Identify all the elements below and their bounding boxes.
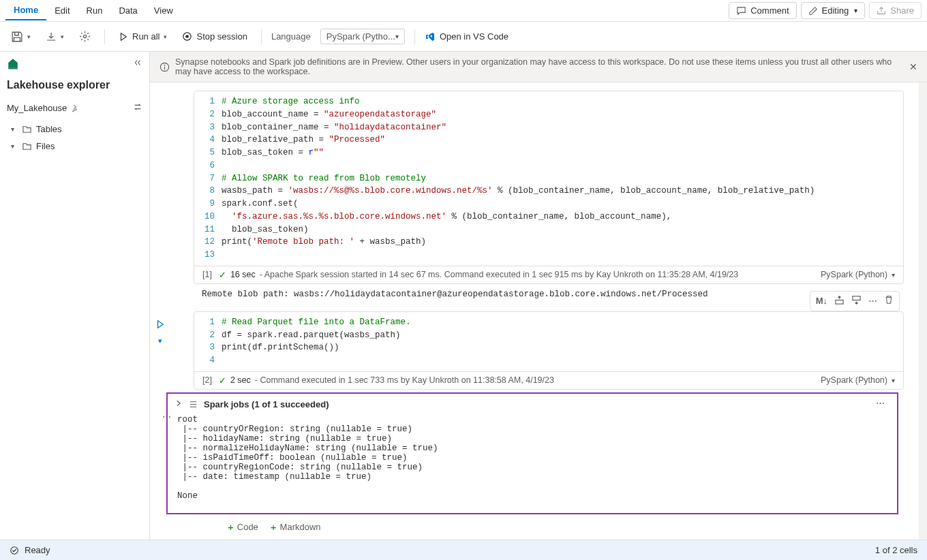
plus-icon: + (228, 521, 234, 533)
kernel-label: PySpark (Python) (821, 375, 887, 385)
output-more-left[interactable]: ⋯ (162, 411, 171, 422)
language-value: PySpark (Pytho... (326, 31, 395, 42)
chevron-down-icon: ▾ (854, 7, 857, 14)
code-cell-1: 12345678910111213 # Azure storage access… (150, 91, 919, 305)
cell-status-row: [1] ✓ 16 sec - Apache Spark session star… (194, 266, 903, 283)
status-time: 16 sec (230, 270, 256, 279)
add-markdown-button[interactable]: + Markdown (271, 521, 321, 533)
insert-cell-below-button[interactable] (851, 295, 862, 307)
cell-output-1: Remote blob path: wasbs://holidaydatacon… (194, 284, 904, 305)
run-menu-button[interactable]: ▾ (158, 337, 162, 345)
run-cell-button[interactable] (155, 320, 165, 331)
notebook-content: Synapse notebooks and Spark job definiti… (150, 52, 927, 540)
open-vscode-button[interactable]: Open in VS Code (425, 31, 508, 42)
lakehouse-explorer-title: Lakehouse explorer (0, 75, 149, 98)
cell-toolbar: M↓ ⋯ (810, 291, 900, 311)
pin-icon[interactable] (71, 104, 79, 112)
menu-edit[interactable]: Edit (46, 1, 78, 20)
share-button: Share (869, 2, 922, 19)
banner-text: Synapse notebooks and Spark job definiti… (175, 57, 904, 76)
menu-home[interactable]: Home (5, 1, 46, 20)
swap-icon (133, 102, 142, 112)
download-button[interactable]: ▾ (42, 29, 68, 45)
status-text: - Apache Spark session started in 14 sec… (260, 270, 738, 279)
cell-below-icon (851, 295, 862, 305)
stop-session-label: Stop session (196, 31, 247, 42)
cell-above-icon (834, 295, 845, 305)
insert-cell-above-button[interactable] (834, 295, 845, 307)
code-editor-2[interactable]: 1234 # Read Parquet file into a DataFram… (194, 312, 903, 371)
kernel-select[interactable]: PySpark (Python) ▾ (821, 270, 895, 279)
tree-files[interactable]: ▾ Files (7, 138, 142, 155)
code-text[interactable]: # Read Parquet file into a DataFrame. df… (222, 316, 903, 367)
spark-jobs-output: Spark jobs (1 of 1 succeeded) root |-- c… (166, 392, 898, 514)
preview-banner: Synapse notebooks and Spark job definiti… (150, 52, 927, 82)
toolbar: ▾ ▾ Run all ▾ Stop session Language PySp… (0, 22, 927, 52)
comment-button[interactable]: Comment (729, 2, 796, 19)
add-cell-row: + Code + Markdown (194, 517, 904, 533)
comment-icon (736, 5, 746, 16)
lakehouse-name[interactable]: My_Lakehouse (7, 103, 67, 113)
code-editor-1[interactable]: 12345678910111213 # Azure storage access… (194, 91, 903, 266)
add-code-button[interactable]: + Code (228, 521, 258, 533)
output-more-button[interactable]: ⋯ (876, 398, 885, 408)
vscode-icon (425, 31, 436, 42)
stop-session-button[interactable]: Stop session (178, 29, 251, 44)
menu-run[interactable]: Run (78, 1, 111, 20)
folder-icon (22, 124, 32, 134)
language-label: Language (271, 31, 311, 42)
menu-bar: Home Edit Run Data View Comment Editing … (0, 0, 927, 22)
svg-point-0 (83, 35, 86, 37)
stop-icon (182, 31, 192, 42)
comment-label: Comment (750, 5, 789, 16)
expand-spark-jobs[interactable] (174, 399, 183, 409)
settings-button[interactable] (75, 28, 95, 45)
editing-label: Editing (822, 5, 849, 16)
editing-button[interactable]: Editing ▾ (801, 2, 866, 19)
banner-close-button[interactable]: ✕ (909, 61, 917, 72)
svg-rect-7 (853, 296, 860, 300)
status-text: - Command executed in 1 sec 733 ms by Ka… (255, 375, 554, 385)
download-icon (46, 31, 57, 42)
delete-cell-button[interactable] (884, 295, 894, 307)
svg-rect-6 (836, 300, 843, 304)
main-area: Lakehouse explorer My_Lakehouse ▾ Tables… (0, 52, 927, 540)
swap-button[interactable] (133, 102, 142, 114)
save-button[interactable]: ▾ (7, 28, 35, 46)
share-icon (877, 6, 886, 16)
chevron-down-icon: ▾ (892, 377, 895, 384)
collapse-panel-button[interactable] (133, 58, 142, 69)
svg-rect-3 (8, 68, 18, 69)
convert-markdown-button[interactable]: M↓ (816, 296, 827, 306)
folder-icon (22, 141, 32, 151)
cell-status-row: [2] ✓ 2 sec - Command executed in 1 sec … (194, 371, 903, 389)
cell-gutter: ▾ (155, 320, 165, 345)
chevron-down-icon: ▾ (11, 142, 18, 150)
save-icon (11, 31, 23, 43)
play-icon (119, 32, 128, 42)
svg-point-8 (11, 546, 18, 554)
status-bar: Ready 1 of 2 cells (0, 540, 927, 560)
run-all-button[interactable]: Run all ▾ (115, 29, 171, 44)
chevron-down-icon: ▾ (395, 33, 399, 40)
code-cell-2: M↓ ⋯ ▾ (150, 311, 919, 533)
kernel-label: PySpark (Python) (821, 270, 887, 279)
list-icon (188, 399, 198, 409)
more-actions-button[interactable]: ⋯ (868, 296, 877, 306)
lakehouse-tree: ▾ Tables ▾ Files (0, 118, 149, 157)
tree-tables-label: Tables (36, 124, 62, 134)
language-select[interactable]: PySpark (Pytho... ▾ (320, 29, 405, 44)
chevron-left-icon (133, 58, 142, 67)
tree-tables[interactable]: ▾ Tables (7, 121, 142, 138)
cells-area[interactable]: 12345678910111213 # Azure storage access… (150, 82, 927, 540)
play-icon (155, 320, 165, 329)
ready-icon (10, 546, 19, 555)
chevron-down-icon: ▾ (892, 271, 895, 279)
code-text[interactable]: # Azure storage access info blob_account… (222, 95, 903, 262)
plus-icon: + (271, 521, 277, 533)
menu-view[interactable]: View (146, 1, 181, 20)
svg-point-2 (186, 35, 189, 38)
menu-data[interactable]: Data (110, 1, 145, 20)
exec-label: [2] (202, 375, 212, 385)
kernel-select[interactable]: PySpark (Python) ▾ (821, 375, 895, 385)
